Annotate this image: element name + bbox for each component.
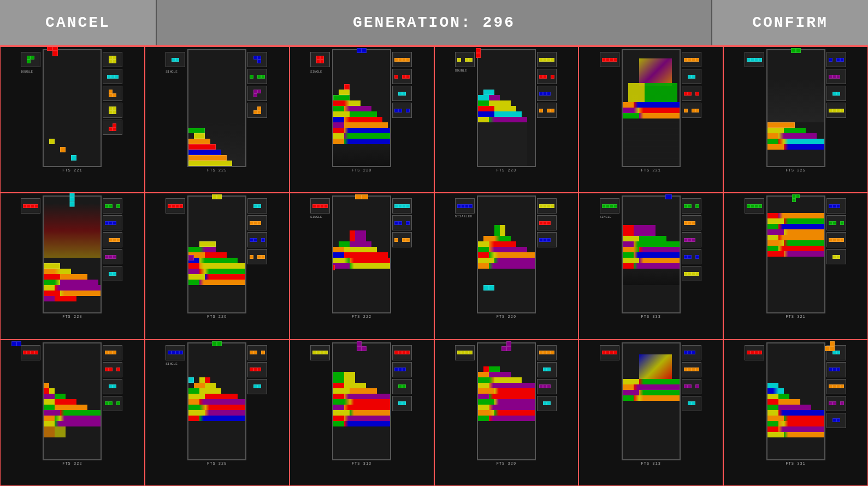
tetris-cell-4[interactable]: DOUBLE FTS 223: [434, 46, 579, 193]
tetris-cell-16[interactable]: FTS 329: [434, 340, 579, 486]
tetris-board-16: FTS 329: [477, 342, 536, 466]
tetris-board-15: FTS 313: [332, 342, 391, 466]
generation-title: GENERATION: 296: [157, 0, 711, 45]
tetris-board-17: FTS 313: [622, 342, 681, 466]
header: CANCEL GENERATION: 296 CONFIRM: [0, 0, 868, 45]
tetris-board-18: FTS 331: [766, 342, 825, 466]
tetris-cell-14[interactable]: SINGLE FTS 325: [145, 340, 290, 486]
tetris-board-3: FTS 228: [332, 49, 391, 173]
tetris-cell-5[interactable]: FTS 221: [578, 46, 723, 193]
tetris-cell-7[interactable]: FTS 228: [0, 193, 145, 339]
tetris-cell-6[interactable]: FTS 225: [723, 46, 868, 193]
tetris-cell-17[interactable]: FTS 313: [578, 340, 723, 486]
tetris-cell-15[interactable]: FTS 313: [290, 340, 434, 486]
tetris-board-11: FTS 333: [622, 195, 681, 319]
tetris-cell-2[interactable]: SINGLE FTS 225: [145, 46, 290, 193]
tetris-board-7: FTS 228: [43, 195, 102, 319]
tetris-cell-13[interactable]: FTS 322: [0, 340, 145, 486]
tetris-board-2: FTS 225: [187, 49, 246, 173]
tetris-board-14: FTS 325: [187, 342, 246, 466]
tetris-board-4: FTS 223: [477, 49, 536, 173]
tetris-cell-8[interactable]: FTS 229: [145, 193, 290, 339]
tetris-cell-3[interactable]: SINGLE: [290, 46, 434, 193]
tetris-board-13: FTS 322: [43, 342, 102, 466]
tetris-board-10: FTS 229: [477, 195, 536, 319]
tetris-cell-1[interactable]: DOUBLE FTS 221: [0, 46, 145, 193]
tetris-cell-9[interactable]: SINGLE FTS 222: [290, 193, 434, 339]
tetris-board-9: FTS 222: [332, 195, 391, 319]
tetris-cell-12[interactable]: FTS 321: [723, 193, 868, 339]
hold-piece: [21, 52, 40, 67]
tetris-board-6: FTS 225: [766, 49, 825, 173]
tetris-board-5: FTS 221: [622, 49, 681, 173]
tetris-board-12: FTS 321: [766, 195, 825, 319]
tetris-cell-11[interactable]: SINGLE FTS 333: [578, 193, 723, 339]
tetris-cell-10[interactable]: DISABLED FTS 2: [434, 193, 579, 339]
tetris-cell-18[interactable]: FTS 331: [723, 340, 868, 486]
main-grid: DOUBLE FTS 221: [0, 45, 868, 486]
cancel-button[interactable]: CANCEL: [0, 0, 157, 45]
tetris-board-8: FTS 229: [187, 195, 246, 319]
confirm-button[interactable]: CONFIRM: [711, 0, 868, 45]
tetris-board-1: FTS 221: [43, 49, 102, 173]
